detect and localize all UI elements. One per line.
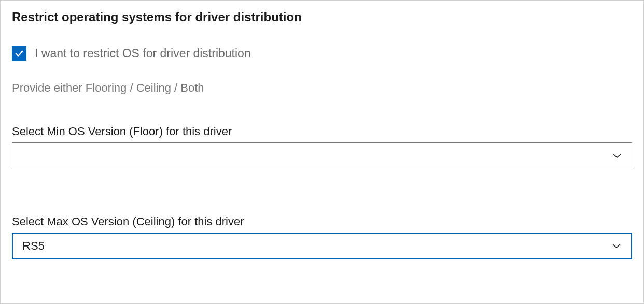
panel-heading: Restrict operating systems for driver di… (12, 10, 632, 24)
max-os-label: Select Max OS Version (Ceiling) for this… (12, 215, 632, 228)
hint-text: Provide either Flooring / Ceiling / Both (12, 81, 632, 95)
chevron-down-icon (612, 151, 622, 161)
restrict-checkbox[interactable] (12, 46, 26, 61)
restrict-checkbox-row[interactable]: I want to restrict OS for driver distrib… (12, 46, 632, 61)
chevron-down-icon (611, 241, 622, 251)
min-os-label: Select Min OS Version (Floor) for this d… (12, 125, 632, 138)
max-os-field: Select Max OS Version (Ceiling) for this… (12, 215, 632, 259)
restrict-os-panel: Restrict operating systems for driver di… (0, 0, 644, 304)
max-os-value: RS5 (22, 239, 45, 253)
min-os-dropdown[interactable] (12, 142, 632, 169)
check-icon (14, 48, 24, 59)
restrict-checkbox-label: I want to restrict OS for driver distrib… (35, 47, 251, 61)
min-os-field: Select Min OS Version (Floor) for this d… (12, 125, 632, 169)
max-os-dropdown[interactable]: RS5 (12, 233, 632, 259)
